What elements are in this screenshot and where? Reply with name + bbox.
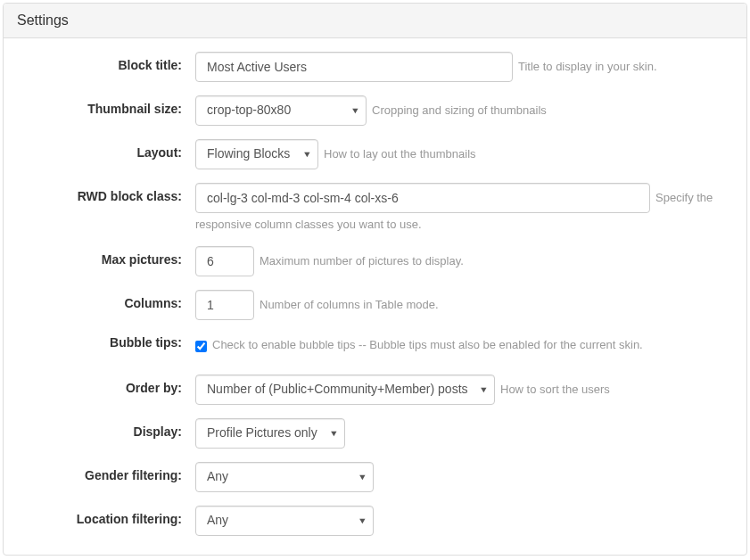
- gender-filtering-label: Gender filtering:: [17, 462, 195, 482]
- columns-row: Columns: Number of columns in Table mode…: [17, 290, 733, 320]
- block-title-input[interactable]: [195, 52, 513, 82]
- rwd-block-class-help-wrap: responsive column classes you want to us…: [195, 217, 733, 233]
- layout-help: How to lay out the thumbnails: [324, 146, 476, 162]
- display-label: Display:: [17, 418, 195, 439]
- rwd-block-class-help-inline: Specify the: [655, 190, 713, 206]
- thumbnail-size-help: Cropping and sizing of thumbnails: [372, 103, 547, 119]
- rwd-block-class-label: RWD block class:: [17, 183, 195, 203]
- order-by-help: How to sort the users: [500, 382, 610, 398]
- gender-filtering-row: Gender filtering: Any: [17, 462, 733, 492]
- thumbnail-size-select-wrap: crop-top-80x80: [195, 95, 367, 126]
- order-by-row: Order by: Number of (Public+Community+Me…: [17, 375, 733, 405]
- location-filtering-select[interactable]: Any: [195, 506, 374, 536]
- bubble-tips-help: Check to enable bubble tips -- Bubble ti…: [212, 337, 643, 353]
- panel-body: Block title: Title to display in your sk…: [4, 38, 746, 555]
- columns-help: Number of columns in Table mode.: [260, 297, 439, 313]
- location-filtering-label: Location filtering:: [17, 506, 195, 526]
- layout-select[interactable]: Flowing Blocks: [195, 139, 318, 169]
- bubble-tips-label: Bubble tips:: [17, 334, 195, 350]
- columns-input[interactable]: [195, 290, 254, 320]
- block-title-row: Block title: Title to display in your sk…: [17, 52, 733, 82]
- thumbnail-size-select[interactable]: crop-top-80x80: [195, 95, 367, 126]
- display-row: Display: Profile Pictures only: [17, 418, 733, 449]
- columns-label: Columns:: [17, 290, 195, 310]
- display-select-wrap: Profile Pictures only: [195, 418, 345, 449]
- max-pictures-help: Maximum number of pictures to display.: [260, 253, 464, 269]
- order-by-select[interactable]: Number of (Public+Community+Member) post…: [195, 375, 495, 405]
- gender-filtering-select[interactable]: Any: [195, 462, 374, 492]
- layout-row: Layout: Flowing Blocks How to lay out th…: [17, 139, 733, 169]
- block-title-label: Block title:: [17, 52, 195, 72]
- bubble-tips-checkbox[interactable]: [195, 341, 207, 352]
- max-pictures-label: Max pictures:: [17, 246, 195, 267]
- order-by-select-wrap: Number of (Public+Community+Member) post…: [195, 375, 495, 405]
- thumbnail-size-row: Thumbnail size: crop-top-80x80 Cropping …: [17, 95, 733, 126]
- block-title-help: Title to display in your skin.: [518, 59, 657, 75]
- layout-select-wrap: Flowing Blocks: [195, 139, 318, 169]
- max-pictures-input[interactable]: [195, 246, 254, 276]
- gender-filtering-select-wrap: Any: [195, 462, 374, 492]
- settings-panel: Settings Block title: Title to display i…: [3, 3, 747, 556]
- location-filtering-row: Location filtering: Any: [17, 506, 733, 536]
- display-select[interactable]: Profile Pictures only: [195, 418, 345, 449]
- bubble-tips-row: Bubble tips: Check to enable bubble tips…: [17, 334, 733, 353]
- layout-label: Layout:: [17, 139, 195, 160]
- panel-title: Settings: [4, 4, 746, 38]
- rwd-block-class-input[interactable]: [195, 183, 650, 213]
- max-pictures-row: Max pictures: Maximum number of pictures…: [17, 246, 733, 276]
- location-filtering-select-wrap: Any: [195, 506, 374, 536]
- order-by-label: Order by:: [17, 375, 195, 395]
- thumbnail-size-label: Thumbnail size:: [17, 95, 195, 116]
- rwd-block-class-row: RWD block class: Specify the: [17, 183, 733, 213]
